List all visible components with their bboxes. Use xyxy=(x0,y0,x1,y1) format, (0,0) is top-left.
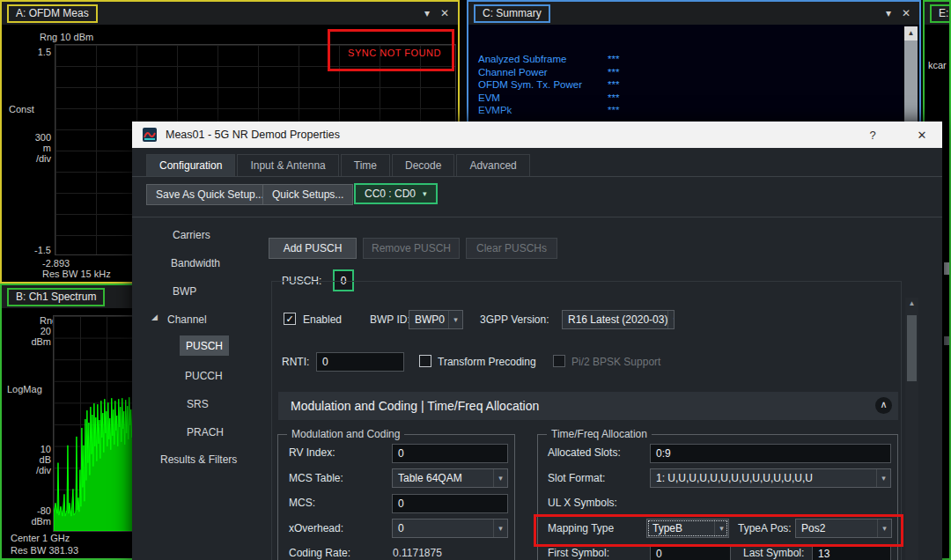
check-icon: ✓ xyxy=(285,313,293,324)
scale-per-div: 300 m /div xyxy=(19,132,51,164)
add-pusch-button[interactable]: Add PUSCH xyxy=(269,238,357,259)
xoverhead-dropdown[interactable]: 0 ▾ xyxy=(392,519,508,538)
close-icon[interactable]: ✕ xyxy=(912,129,932,142)
section-header: Modulation and Coding | Time/Freq Alloca… xyxy=(278,392,898,420)
allocated-slots-input[interactable]: 0:9 xyxy=(650,444,891,463)
y-axis-max: 20 dBm xyxy=(19,326,51,347)
mcs-label: MCS: xyxy=(289,497,315,509)
tree-expanded-icon[interactable]: ◢ xyxy=(151,313,158,321)
gpp-version-dropdown[interactable]: R16 Latest (2020-03) ▾ xyxy=(562,310,675,329)
dropdown-arrow-icon: ▾ xyxy=(423,189,427,198)
trace-format-label: Const xyxy=(9,104,34,114)
tab-input-antenna[interactable]: Input & Antenna xyxy=(237,154,338,177)
rnti-label: RNTI: xyxy=(282,356,309,368)
mcs-table-dropdown[interactable]: Table 64QAM ▾ xyxy=(392,468,508,488)
nav-item-srs[interactable]: SRS xyxy=(187,398,209,410)
scale-per-div: 10 dB /div xyxy=(19,444,51,475)
window-a-title: A: OFDM Meas xyxy=(7,4,98,23)
tab-time[interactable]: Time xyxy=(341,154,390,177)
scroll-up-icon[interactable]: ▲ xyxy=(905,298,918,310)
mcs-input[interactable]: 0 xyxy=(392,494,508,513)
collapse-icon[interactable]: ▾ xyxy=(886,7,891,19)
vsa-desktop: A: OFDM Meas ▾ ✕ Rng 10 dBm 1.5 Const 30… xyxy=(0,0,951,560)
last-symbol-label: Last Symbol: xyxy=(743,547,804,559)
bwp-id-dropdown[interactable]: BWP0 ▾ xyxy=(409,310,463,329)
enabled-label: Enabled xyxy=(303,313,342,326)
nav-item-prach[interactable]: PRACH xyxy=(187,426,224,438)
dialog-titlebar[interactable]: Meas01 - 5G NR Demod Properties ? ✕ xyxy=(132,122,942,148)
ul-x-symbols-label: UL X Symbols: xyxy=(548,497,617,509)
group-legend: Modulation and Coding xyxy=(287,428,404,440)
transform-precoding-checkbox[interactable] xyxy=(419,355,431,367)
res-bw-label: Res BW 381.93 xyxy=(11,545,78,556)
nav-item-bandwidth[interactable]: Bandwidth xyxy=(171,257,220,269)
trace-format-label: LogMag xyxy=(7,384,42,394)
y-axis-max: 1.5 xyxy=(19,47,51,57)
app-icon xyxy=(143,128,157,142)
summary-row: Channel Power *** xyxy=(478,66,619,79)
window-e-fragment xyxy=(944,336,951,345)
summary-row: EVMPk *** xyxy=(478,104,619,117)
summary-row: EVM *** xyxy=(478,92,619,105)
center-freq-label: Center 1 GHz xyxy=(11,533,70,543)
y-axis-min: -1.5 xyxy=(14,245,51,255)
y-axis-min: -80 dBm xyxy=(14,505,51,527)
summary-table: Analyzed Subframe *** Channel Power *** … xyxy=(478,53,619,117)
tabs-underline xyxy=(132,176,942,177)
rnti-input[interactable]: 0 xyxy=(316,352,404,372)
nav-item-channel[interactable]: Channel xyxy=(167,313,207,326)
transform-precoding-label: Transform Precoding xyxy=(438,356,536,368)
window-c-titlebar[interactable]: C: Summary ▾ ✕ xyxy=(468,2,919,25)
nav-item-carriers[interactable]: Carriers xyxy=(173,229,210,241)
rv-index-label: RV Index: xyxy=(289,446,335,459)
mcs-table-label: MCS Table: xyxy=(289,472,343,484)
collapse-icon[interactable]: ▾ xyxy=(424,7,430,19)
scrollbar-thumb[interactable] xyxy=(907,315,917,381)
close-icon[interactable]: ✕ xyxy=(440,7,449,19)
cc-selector-dropdown[interactable]: CC0 : CD0 ▾ xyxy=(354,183,438,204)
dropdown-arrow-icon: ▾ xyxy=(493,469,507,487)
nav-item-results-filters[interactable]: Results & Filters xyxy=(160,453,237,466)
window-b-title: B: Ch1 Spectrum xyxy=(7,288,105,306)
x-axis-start: -2.893 xyxy=(42,258,70,269)
coding-rate-label: Coding Rate: xyxy=(289,547,350,559)
scroll-up-icon[interactable]: ▲ xyxy=(904,26,918,41)
toolbar-separator xyxy=(132,217,942,217)
section-collapse-button[interactable]: ∧ xyxy=(875,397,892,414)
close-icon[interactable]: ✕ xyxy=(902,7,910,19)
allocated-slots-label: Allocated Slots: xyxy=(548,446,621,459)
quick-setups-button[interactable]: Quick Setups... xyxy=(262,184,353,205)
dialog-scrollbar[interactable]: ▲ xyxy=(905,298,918,560)
slot-format-dropdown[interactable]: 1: U,U,U,U,U,U,U,U,U,U,U,U,U,U ▾ xyxy=(650,468,891,488)
tab-decode[interactable]: Decode xyxy=(392,154,454,177)
summary-row: OFDM Sym. Tx. Power *** xyxy=(478,78,619,92)
xoverhead-label: xOverhead: xyxy=(289,522,343,534)
gpp-version-label: 3GPP Version: xyxy=(480,313,549,326)
window-c-title: C: Summary xyxy=(474,4,550,23)
group-legend: Time/Freq Allocation xyxy=(547,428,652,440)
dropdown-arrow-icon: ▾ xyxy=(667,311,675,328)
dropdown-arrow-icon: ▾ xyxy=(493,519,507,537)
remove-pusch-button[interactable]: Remove PUSCH xyxy=(363,238,460,259)
help-icon[interactable]: ? xyxy=(863,129,882,142)
tab-advanced[interactable]: Advanced xyxy=(456,154,529,177)
window-e-titlebar[interactable]: E: O xyxy=(925,2,949,25)
window-a-titlebar[interactable]: A: OFDM Meas ▾ ✕ xyxy=(2,2,458,25)
dropdown-arrow-icon: ▾ xyxy=(448,311,462,328)
res-bw-label: Res BW 15 kHz xyxy=(42,269,111,279)
bwp-id-label: BWP ID: xyxy=(370,313,410,326)
nav-item-bwp[interactable]: BWP xyxy=(173,285,196,298)
nav-item-pucch[interactable]: PUCCH xyxy=(185,370,223,382)
mapping-annotation-box xyxy=(534,514,903,547)
nav-item-pusch[interactable]: PUSCH xyxy=(180,335,229,356)
sync-annotation-box xyxy=(328,29,454,71)
tab-configuration[interactable]: Configuration xyxy=(146,154,235,177)
range-label: Rng 10 dBm xyxy=(40,32,93,42)
rv-index-input[interactable]: 0 xyxy=(392,444,508,463)
clear-puschs-button[interactable]: Clear PUSCHs xyxy=(466,238,557,259)
enabled-checkbox[interactable]: ✓ xyxy=(284,313,296,325)
save-as-quick-setup-button[interactable]: Save As Quick Setup... xyxy=(146,184,274,205)
dialog-tabs: Configuration Input & Antenna Time Decod… xyxy=(146,154,532,177)
dropdown-arrow-icon: ▾ xyxy=(876,469,890,487)
pi2-bpsk-label: Pi/2 BPSK Support xyxy=(571,356,660,368)
